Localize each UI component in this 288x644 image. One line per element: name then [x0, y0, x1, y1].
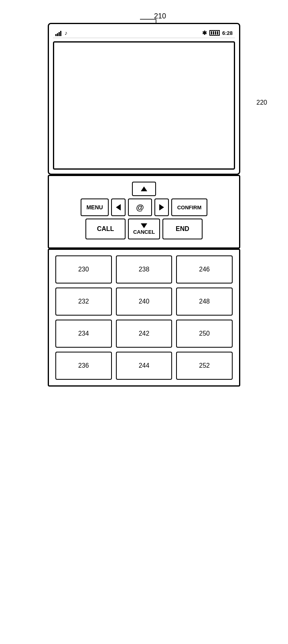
screen-label-220: 220 — [256, 99, 267, 106]
right-button[interactable] — [154, 198, 169, 216]
down-arrow-icon — [141, 223, 147, 228]
battery-icon — [209, 30, 220, 36]
cancel-button[interactable]: CANCEL — [128, 219, 160, 239]
status-bar: ♪ ✱ 6:28 — [53, 28, 235, 38]
num-keypad: 230238246232240248234242250236244252 — [48, 249, 240, 387]
keypad-key-240[interactable]: 240 — [116, 288, 172, 316]
up-button[interactable] — [132, 182, 156, 196]
bluetooth-icon: ✱ — [202, 30, 207, 36]
at-button[interactable]: @ — [128, 198, 152, 216]
keypad-key-246[interactable]: 246 — [176, 255, 233, 284]
menu-button[interactable]: MENU — [81, 198, 109, 216]
keypad-key-232[interactable]: 232 — [55, 288, 112, 316]
signal-icon — [55, 30, 61, 36]
left-button[interactable] — [111, 198, 126, 216]
phone-display: ♪ ✱ 6:28 220 — [48, 23, 240, 175]
up-arrow-icon — [141, 186, 147, 191]
keypad-key-248[interactable]: 248 — [176, 288, 233, 316]
right-arrow-icon — [159, 204, 164, 211]
screen-area — [53, 41, 235, 170]
keypad-key-244[interactable]: 244 — [116, 352, 172, 380]
keypad-key-252[interactable]: 252 — [176, 352, 233, 380]
keypad-key-242[interactable]: 242 — [116, 320, 172, 348]
keypad-grid: 230238246232240248234242250236244252 — [55, 255, 233, 380]
left-arrow-icon — [116, 204, 121, 211]
keypad-key-230[interactable]: 230 — [55, 255, 112, 284]
music-icon: ♪ — [65, 30, 67, 36]
call-button[interactable]: CALL — [85, 219, 126, 239]
end-button[interactable]: END — [162, 219, 203, 239]
keypad-key-238[interactable]: 238 — [116, 255, 172, 284]
nav-keypad: MENU @ CONFIRM CALL CANCEL END — [48, 175, 240, 249]
keypad-key-236[interactable]: 236 — [55, 352, 112, 380]
keypad-key-234[interactable]: 234 — [55, 320, 112, 348]
keypad-key-250[interactable]: 250 — [176, 320, 233, 348]
confirm-button[interactable]: CONFIRM — [171, 198, 207, 216]
time-display: 6:28 — [222, 30, 233, 36]
